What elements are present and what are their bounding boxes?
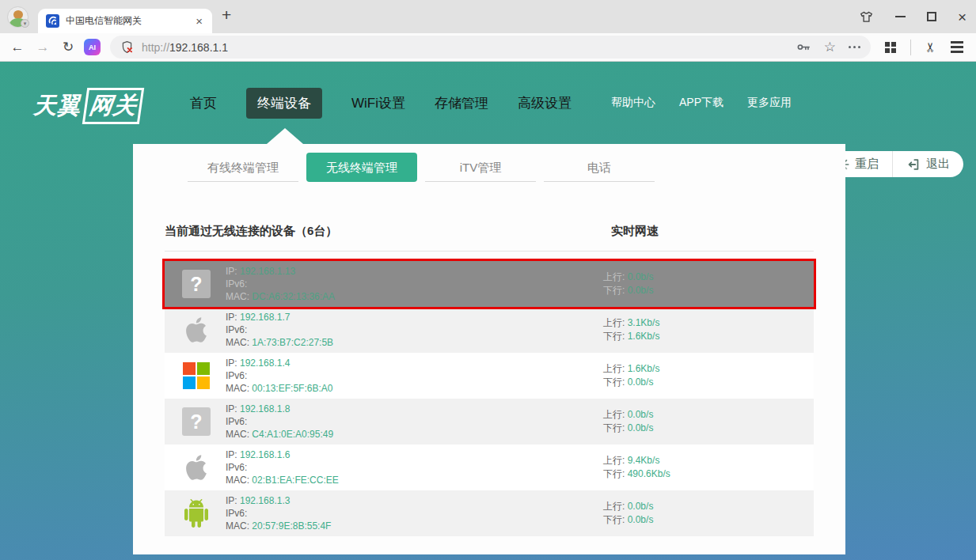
- apps-grid-icon[interactable]: [885, 42, 896, 53]
- download-label: 下行:: [603, 422, 625, 433]
- sub-tabs: 有线终端管理 无线终端管理 iTV管理 电话: [188, 153, 655, 182]
- maximize-button[interactable]: [927, 12, 936, 21]
- unknown-device-icon: ?: [180, 268, 212, 300]
- upload-value: 0.0b/s: [628, 501, 654, 512]
- upload-value: 3.1Kb/s: [628, 317, 660, 328]
- url-text[interactable]: http://192.168.1.1: [142, 41, 228, 54]
- tab-itv[interactable]: iTV管理: [425, 153, 536, 182]
- nav-item-wifi-settings[interactable]: WiFi设置: [351, 94, 405, 112]
- download-label: 下行:: [603, 376, 625, 388]
- more-actions-icon[interactable]: [849, 46, 860, 48]
- download-label: 下行:: [603, 514, 625, 525]
- mac-value: 20:57:9E:8B:55:4F: [252, 520, 331, 532]
- upload-label: 上行:: [603, 317, 625, 328]
- device-list: ? IP: 192.168.1.13 IPv6: MAC: DC:A6:32:1…: [165, 261, 814, 536]
- ip-label: IP:: [226, 403, 237, 414]
- device-row[interactable]: ? IP: 192.168.1.8 IPv6: MAC: C4:A1:0E:A0…: [165, 399, 814, 445]
- new-tab-button[interactable]: +: [222, 6, 231, 25]
- download-label: 下行:: [603, 331, 625, 342]
- password-key-icon[interactable]: [796, 40, 811, 55]
- download-label: 下行:: [603, 285, 625, 296]
- upload-value: 0.0b/s: [628, 271, 654, 282]
- ip-label: IP:: [226, 312, 237, 323]
- insecure-shield-icon[interactable]: [120, 40, 134, 54]
- mac-value: 02:B1:EA:FE:CC:EE: [252, 475, 338, 486]
- forward-button[interactable]: →: [33, 40, 52, 55]
- browser-titlebar: ▾ 中国电信智能网关 × + ×: [0, 0, 976, 33]
- tab-wireless-terminals[interactable]: 无线终端管理: [306, 153, 417, 182]
- upload-label: 上行:: [603, 455, 625, 466]
- device-details: IP: 192.168.1.4 IPv6: MAC: 00:13:EF:5F:6…: [226, 357, 598, 395]
- link-help-center[interactable]: 帮助中心: [611, 96, 655, 110]
- gateway-header: 天翼网关 首页 终端设备 WiFi设置 存储管理 高级设置 帮助中心 APP下载…: [0, 62, 976, 144]
- toolbar-divider: [910, 40, 911, 55]
- download-value: 0.0b/s: [628, 285, 654, 296]
- device-speeds: 上行: 9.4Kb/s 下行: 490.6Kb/s: [598, 454, 814, 481]
- download-value: 0.0b/s: [628, 376, 654, 388]
- windows-device-icon: [180, 360, 212, 392]
- utility-links: 帮助中心 APP下载 更多应用: [611, 62, 792, 144]
- device-speeds: 上行: 0.0b/s 下行: 0.0b/s: [598, 408, 814, 435]
- nav-item-advanced[interactable]: 高级设置: [518, 94, 572, 112]
- upload-label: 上行:: [603, 501, 625, 512]
- ai-assistant-icon[interactable]: AI: [84, 39, 101, 55]
- device-list-header: 当前通过无线连接的设备（6台） 实时网速: [165, 224, 814, 252]
- nav-item-storage[interactable]: 存储管理: [435, 94, 488, 112]
- content-panel: 有线终端管理 无线终端管理 iTV管理 电话 当前通过无线连接的设备（6台） 实…: [133, 144, 845, 554]
- nav-item-home[interactable]: 首页: [190, 94, 217, 112]
- url-host: 192.168.1.1: [169, 41, 228, 54]
- mac-value: 1A:73:B7:C2:27:5B: [252, 337, 333, 348]
- device-row-highlighted[interactable]: ? IP: 192.168.1.13 IPv6: MAC: DC:A6:32:1…: [165, 261, 814, 307]
- device-row[interactable]: IP: 192.168.1.4 IPv6: MAC: 00:13:EF:5F:6…: [165, 353, 814, 399]
- device-speeds: 上行: 0.0b/s 下行: 0.0b/s: [598, 500, 814, 527]
- ipv6-label: IPv6:: [226, 370, 247, 381]
- link-app-download[interactable]: APP下载: [679, 96, 723, 110]
- tab-close-icon[interactable]: ×: [194, 14, 204, 28]
- url-scheme: http://: [142, 41, 169, 54]
- mac-value: 00:13:EF:5F:6B:A0: [252, 383, 332, 394]
- bookmark-star-icon[interactable]: ☆: [824, 40, 836, 54]
- download-value: 1.6Kb/s: [628, 331, 660, 342]
- download-value: 490.6Kb/s: [628, 468, 670, 479]
- mac-label: MAC:: [226, 291, 249, 302]
- screenshot-scissors-icon[interactable]: ✂: [923, 38, 938, 57]
- ipv6-label: IPv6:: [226, 324, 247, 335]
- logout-button[interactable]: 退出: [893, 151, 963, 177]
- upload-value: 9.4Kb/s: [628, 455, 660, 466]
- browser-tab[interactable]: 中国电信智能网关 ×: [38, 9, 212, 33]
- mac-label: MAC:: [226, 429, 249, 440]
- device-row[interactable]: IP: 192.168.1.6 IPv6: MAC: 02:B1:EA:FE:C…: [165, 445, 814, 490]
- mac-value: DC:A6:32:13:36:AA: [252, 291, 335, 302]
- menu-hamburger-icon[interactable]: [951, 41, 963, 53]
- tab-phone[interactable]: 电话: [544, 153, 655, 182]
- tab-wired-terminals[interactable]: 有线终端管理: [188, 153, 298, 182]
- device-row[interactable]: IP: 192.168.1.3 IPv6: MAC: 20:57:9E:8B:5…: [165, 490, 814, 536]
- realtime-speed-header: 实时网速: [598, 224, 814, 239]
- ip-label: IP:: [226, 266, 237, 277]
- mac-label: MAC:: [226, 520, 249, 532]
- ip-value: 192.168.1.6: [240, 449, 290, 460]
- nav-item-terminal-devices[interactable]: 终端设备: [246, 88, 322, 119]
- device-details: IP: 192.168.1.3 IPv6: MAC: 20:57:9E:8B:5…: [226, 494, 598, 532]
- download-value: 0.0b/s: [628, 514, 654, 525]
- screen: ▾ 中国电信智能网关 × + × ← → ↻ AI: [0, 0, 976, 560]
- device-details: IP: 192.168.1.13 IPv6: MAC: DC:A6:32:13:…: [226, 265, 598, 303]
- window-close-button[interactable]: ×: [958, 9, 967, 25]
- logout-arrow-icon: [906, 157, 921, 172]
- link-more-apps[interactable]: 更多应用: [747, 96, 792, 110]
- device-row[interactable]: IP: 192.168.1.7 IPv6: MAC: 1A:73:B7:C2:2…: [165, 307, 814, 353]
- ip-value: 192.168.1.4: [240, 358, 290, 369]
- mac-label: MAC:: [226, 383, 249, 394]
- back-button[interactable]: ←: [8, 40, 27, 55]
- chevron-down-icon[interactable]: ▾: [21, 19, 29, 28]
- ip-value: 192.168.1.8: [240, 403, 290, 414]
- mac-label: MAC:: [226, 337, 249, 348]
- minimize-button[interactable]: [895, 16, 906, 17]
- android-device-icon: [180, 498, 212, 529]
- ip-label: IP:: [226, 449, 237, 460]
- theme-shirt-icon[interactable]: [859, 9, 874, 25]
- reload-button[interactable]: ↻: [59, 39, 78, 55]
- apple-device-icon: [180, 314, 212, 346]
- main-nav: 首页 终端设备 WiFi设置 存储管理 高级设置: [190, 62, 572, 144]
- address-bar[interactable]: http://192.168.1.1 ☆: [110, 36, 871, 59]
